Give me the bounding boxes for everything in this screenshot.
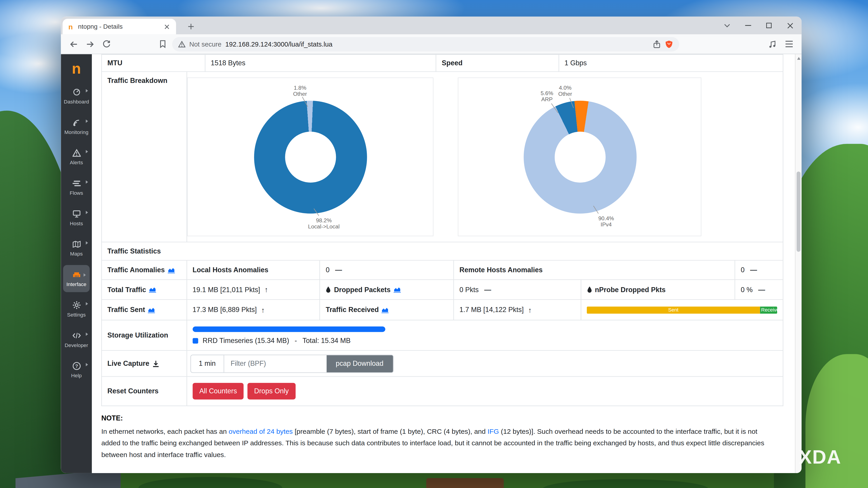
mtu-value: 1518 Bytes xyxy=(205,55,436,71)
xda-logo-text: XDA xyxy=(799,447,841,466)
sidebar-item-maps[interactable]: Maps xyxy=(61,233,92,263)
stable-trend-icon: — xyxy=(335,266,342,274)
live-capture-label: Live Capture xyxy=(102,351,187,377)
hosts-monitor-icon xyxy=(72,209,81,218)
close-window-button[interactable] xyxy=(779,17,800,34)
sidebar-item-flows[interactable]: Flows xyxy=(61,172,92,203)
table-row: Traffic Anomalies Local Hosts Anomalies … xyxy=(101,260,783,280)
note-title: NOTE: xyxy=(101,414,776,422)
chart-label-local: 98.2% Local->Local xyxy=(296,217,351,230)
hedge xyxy=(138,477,282,488)
pcap-download-button[interactable]: pcap Download xyxy=(327,355,393,372)
browser-tab[interactable]: n ntopng - Details xyxy=(63,19,176,34)
ntopng-favicon: n xyxy=(67,23,74,30)
download-icon xyxy=(152,360,159,367)
window-controls xyxy=(716,17,800,34)
stable-trend-icon: — xyxy=(750,266,757,274)
address-bar[interactable]: Not secure 192.168.29.124:3000/lua/if_st… xyxy=(172,37,679,51)
stable-trend-icon: — xyxy=(484,286,491,293)
minimize-button[interactable] xyxy=(737,17,758,34)
bookmark-icon[interactable] xyxy=(156,37,169,51)
help-icon: ? xyxy=(72,361,81,370)
tab-strip: n ntopng - Details xyxy=(61,17,802,34)
dashboard-icon xyxy=(72,88,81,96)
sidebar-item-hosts[interactable]: Hosts xyxy=(61,202,92,233)
tab-search-chevron-icon[interactable] xyxy=(716,17,737,34)
scrollbar-thumb[interactable] xyxy=(797,171,800,252)
xda-watermark: XDA xyxy=(774,447,842,466)
capture-duration-select[interactable]: 1 min xyxy=(191,355,224,372)
chart-area-icon[interactable] xyxy=(393,287,401,293)
traffic-breakdown-label: Traffic Breakdown xyxy=(102,72,187,242)
all-counters-button[interactable]: All Counters xyxy=(193,383,244,399)
chart-area-icon[interactable] xyxy=(381,307,389,313)
traffic-breakdown-charts: 1.8% Other 98.2% Local->Local xyxy=(187,72,783,242)
remote-hosts-anomalies-label: Remote Hosts Anomalies xyxy=(454,260,735,279)
sidebar-item-dashboard[interactable]: Dashboard xyxy=(61,81,92,111)
donut-chart-local xyxy=(254,101,367,214)
legend-text: RRD Timeseries (15.34 MB) xyxy=(203,337,289,344)
local-traffic-donut-box: 1.8% Other 98.2% Local->Local xyxy=(187,77,434,236)
media-control-icon[interactable] xyxy=(766,37,779,51)
note-block: NOTE: In ethernet networks, each packet … xyxy=(101,414,783,461)
speed-value: 1 Gbps xyxy=(559,55,783,71)
url-text[interactable]: 192.168.29.124:3000/lua/if_stats.lua xyxy=(225,40,649,48)
chart-area-icon[interactable] xyxy=(149,287,156,293)
tab-close-icon[interactable] xyxy=(162,22,172,32)
table-row: Traffic Breakdown 1.8% Other xyxy=(101,72,783,242)
tab-title: ntopng - Details xyxy=(78,23,158,30)
sidebar-item-settings[interactable]: Settings xyxy=(61,294,92,324)
dropped-packets-value: 0 Pkts— xyxy=(454,280,581,299)
sidebar-item-developer[interactable]: Developer xyxy=(61,324,92,355)
share-icon[interactable] xyxy=(653,39,661,48)
protocol-traffic-donut-box: 5.6% ARP 4.0% Other 90.4% IPv4 xyxy=(458,77,702,236)
table-row: Traffic Statistics xyxy=(101,242,783,261)
chart-label-other: 1.8% Other xyxy=(283,85,317,97)
donut-chart-protocol xyxy=(524,101,637,214)
sidebar-item-monitoring[interactable]: Monitoring xyxy=(61,111,92,142)
total-traffic-label: Total Traffic xyxy=(102,280,187,299)
maximize-button[interactable] xyxy=(758,17,779,34)
chart-area-icon[interactable] xyxy=(167,267,175,273)
reload-button[interactable] xyxy=(100,37,114,51)
code-icon xyxy=(72,331,81,339)
local-hosts-anomalies-label: Local Hosts Anomalies xyxy=(187,260,320,279)
traffic-statistics-title: Traffic Statistics xyxy=(102,242,783,260)
not-secure-warning-icon xyxy=(178,41,186,47)
back-button[interactable] xyxy=(66,37,80,51)
scrollbar-up-arrow[interactable] xyxy=(797,57,800,60)
sidebar-item-interface[interactable]: Interface xyxy=(63,265,90,292)
storage-utilization-label: Storage Utilization xyxy=(102,320,187,350)
svg-text:?: ? xyxy=(75,363,78,369)
ethernet-icon xyxy=(72,270,81,279)
ntopng-main-content: MTU 1518 Bytes Speed 1 Gbps Traffic Brea… xyxy=(92,54,795,473)
drops-only-button[interactable]: Drops Only xyxy=(248,383,296,399)
reset-counters-cell: All Counters Drops Only xyxy=(187,377,301,405)
donut-hole xyxy=(555,132,606,183)
local-hosts-anomalies-value: 0— xyxy=(320,260,454,279)
sent-received-bar: Sent Received xyxy=(587,306,777,314)
brave-shield-icon[interactable] xyxy=(665,39,673,48)
forward-button[interactable] xyxy=(83,37,97,51)
table-row: Reset Counters All Counters Drops Only xyxy=(101,377,783,406)
sidebar-item-help[interactable]: ? Help xyxy=(61,355,92,385)
bpf-filter-input[interactable] xyxy=(224,355,327,372)
mtu-label: MTU xyxy=(102,55,205,71)
ntopng-logo[interactable]: n xyxy=(72,57,81,81)
overhead-link[interactable]: overhead of 24 bytes xyxy=(229,428,293,435)
flows-icon xyxy=(72,179,81,187)
nprobe-dropped-label: nProbe Dropped Pkts xyxy=(581,280,735,299)
new-tab-button[interactable] xyxy=(186,22,196,32)
chart-area-icon[interactable] xyxy=(148,307,155,313)
chart-label-ipv4: 90.4% IPv4 xyxy=(590,215,622,228)
menu-icon[interactable] xyxy=(782,37,796,51)
sidebar-item-alerts[interactable]: Alerts xyxy=(61,142,92,172)
traffic-sent-label: Traffic Sent xyxy=(102,300,187,320)
total-traffic-value: 19.1 MB [21,011 Pkts]↑ xyxy=(187,280,320,299)
ifg-link[interactable]: IFG xyxy=(488,428,499,435)
arrow-up-icon: ↑ xyxy=(265,286,268,294)
security-label[interactable]: Not secure xyxy=(189,40,221,48)
table-row: Traffic Sent 17.3 MB [6,889 Pkts]↑ Traff… xyxy=(101,300,783,320)
storage-utilization-cell: RRD Timeseries (15.34 MB) - Total: 15.34… xyxy=(187,320,783,350)
page-scrollbar[interactable] xyxy=(795,54,802,473)
